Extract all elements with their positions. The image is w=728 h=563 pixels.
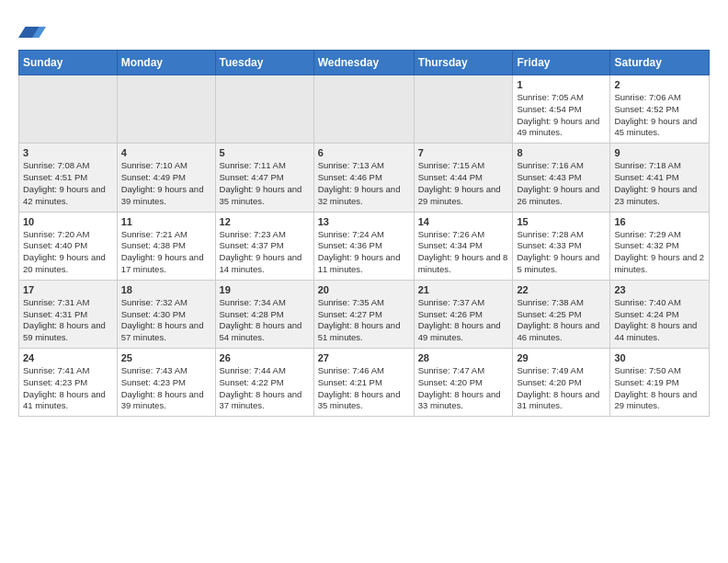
day-info: Sunrise: 7:34 AM Sunset: 4:28 PM Dayligh… xyxy=(220,297,310,344)
day-info: Sunrise: 7:08 AM Sunset: 4:51 PM Dayligh… xyxy=(23,160,113,207)
day-number: 2 xyxy=(614,79,705,90)
calendar-cell: 15Sunrise: 7:28 AM Sunset: 4:33 PM Dayli… xyxy=(513,212,610,280)
calendar-table: SundayMondayTuesdayWednesdayThursdayFrid… xyxy=(18,50,710,417)
calendar-week-row: 1Sunrise: 7:05 AM Sunset: 4:54 PM Daylig… xyxy=(19,75,710,144)
day-info: Sunrise: 7:35 AM Sunset: 4:27 PM Dayligh… xyxy=(318,297,410,344)
calendar-cell: 21Sunrise: 7:37 AM Sunset: 4:26 PM Dayli… xyxy=(414,280,513,348)
calendar-cell: 11Sunrise: 7:21 AM Sunset: 4:38 PM Dayli… xyxy=(117,212,215,280)
day-number: 4 xyxy=(121,147,211,158)
day-info: Sunrise: 7:29 AM Sunset: 4:32 PM Dayligh… xyxy=(614,229,705,276)
calendar-cell: 17Sunrise: 7:31 AM Sunset: 4:31 PM Dayli… xyxy=(19,280,118,348)
day-info: Sunrise: 7:24 AM Sunset: 4:36 PM Dayligh… xyxy=(318,229,410,276)
day-info: Sunrise: 7:46 AM Sunset: 4:21 PM Dayligh… xyxy=(318,365,410,412)
calendar-week-row: 3Sunrise: 7:08 AM Sunset: 4:51 PM Daylig… xyxy=(19,144,710,212)
day-number: 17 xyxy=(23,284,113,295)
calendar-cell: 22Sunrise: 7:38 AM Sunset: 4:25 PM Dayli… xyxy=(513,280,610,348)
calendar-cell: 16Sunrise: 7:29 AM Sunset: 4:32 PM Dayli… xyxy=(610,212,710,280)
day-info: Sunrise: 7:05 AM Sunset: 4:54 PM Dayligh… xyxy=(517,92,606,139)
logo-icon xyxy=(18,18,46,40)
day-info: Sunrise: 7:18 AM Sunset: 4:41 PM Dayligh… xyxy=(614,160,705,207)
day-number: 21 xyxy=(418,284,509,295)
calendar-cell: 14Sunrise: 7:26 AM Sunset: 4:34 PM Dayli… xyxy=(414,212,513,280)
day-info: Sunrise: 7:28 AM Sunset: 4:33 PM Dayligh… xyxy=(517,229,606,276)
calendar-cell: 30Sunrise: 7:50 AM Sunset: 4:19 PM Dayli… xyxy=(610,349,710,417)
calendar-cell: 8Sunrise: 7:16 AM Sunset: 4:43 PM Daylig… xyxy=(513,144,610,212)
day-number: 9 xyxy=(614,147,705,158)
day-info: Sunrise: 7:21 AM Sunset: 4:38 PM Dayligh… xyxy=(121,229,211,276)
day-number: 13 xyxy=(318,216,410,227)
day-number: 27 xyxy=(318,352,410,363)
day-info: Sunrise: 7:31 AM Sunset: 4:31 PM Dayligh… xyxy=(23,297,113,344)
day-number: 16 xyxy=(614,216,705,227)
calendar-cell: 26Sunrise: 7:44 AM Sunset: 4:22 PM Dayli… xyxy=(215,349,313,417)
day-info: Sunrise: 7:43 AM Sunset: 4:23 PM Dayligh… xyxy=(121,365,211,412)
day-number: 26 xyxy=(220,352,310,363)
calendar-cell: 2Sunrise: 7:06 AM Sunset: 4:52 PM Daylig… xyxy=(610,75,710,144)
weekday-header: Friday xyxy=(513,51,610,75)
calendar-cell xyxy=(19,75,118,144)
calendar-week-row: 24Sunrise: 7:41 AM Sunset: 4:23 PM Dayli… xyxy=(19,349,710,417)
weekday-header: Sunday xyxy=(19,51,118,75)
day-number: 3 xyxy=(23,147,113,158)
day-number: 14 xyxy=(418,216,509,227)
day-info: Sunrise: 7:40 AM Sunset: 4:24 PM Dayligh… xyxy=(614,297,705,344)
calendar-cell: 29Sunrise: 7:49 AM Sunset: 4:20 PM Dayli… xyxy=(513,349,610,417)
day-info: Sunrise: 7:47 AM Sunset: 4:20 PM Dayligh… xyxy=(418,365,509,412)
calendar-cell xyxy=(414,75,513,144)
calendar-cell: 13Sunrise: 7:24 AM Sunset: 4:36 PM Dayli… xyxy=(313,212,414,280)
calendar-cell xyxy=(117,75,215,144)
calendar-cell: 10Sunrise: 7:20 AM Sunset: 4:40 PM Dayli… xyxy=(19,212,118,280)
calendar-cell: 4Sunrise: 7:10 AM Sunset: 4:49 PM Daylig… xyxy=(117,144,215,212)
calendar-cell: 24Sunrise: 7:41 AM Sunset: 4:23 PM Dayli… xyxy=(19,349,118,417)
day-number: 30 xyxy=(614,352,705,363)
calendar-cell: 18Sunrise: 7:32 AM Sunset: 4:30 PM Dayli… xyxy=(117,280,215,348)
day-number: 22 xyxy=(517,284,606,295)
day-number: 20 xyxy=(318,284,410,295)
calendar-cell: 23Sunrise: 7:40 AM Sunset: 4:24 PM Dayli… xyxy=(610,280,710,348)
calendar-cell: 27Sunrise: 7:46 AM Sunset: 4:21 PM Dayli… xyxy=(313,349,414,417)
day-number: 1 xyxy=(517,79,606,90)
page-header xyxy=(18,18,710,40)
day-info: Sunrise: 7:06 AM Sunset: 4:52 PM Dayligh… xyxy=(614,92,705,139)
day-info: Sunrise: 7:20 AM Sunset: 4:40 PM Dayligh… xyxy=(23,229,113,276)
calendar-cell: 3Sunrise: 7:08 AM Sunset: 4:51 PM Daylig… xyxy=(19,144,118,212)
day-number: 28 xyxy=(418,352,509,363)
day-number: 15 xyxy=(517,216,606,227)
logo xyxy=(18,18,50,40)
day-info: Sunrise: 7:23 AM Sunset: 4:37 PM Dayligh… xyxy=(220,229,310,276)
weekday-header: Monday xyxy=(117,51,215,75)
calendar-cell xyxy=(313,75,414,144)
day-number: 23 xyxy=(614,284,705,295)
weekday-header: Saturday xyxy=(610,51,710,75)
day-number: 12 xyxy=(220,216,310,227)
calendar-cell xyxy=(215,75,313,144)
day-info: Sunrise: 7:10 AM Sunset: 4:49 PM Dayligh… xyxy=(121,160,211,207)
day-info: Sunrise: 7:11 AM Sunset: 4:47 PM Dayligh… xyxy=(220,160,310,207)
day-number: 10 xyxy=(23,216,113,227)
day-info: Sunrise: 7:44 AM Sunset: 4:22 PM Dayligh… xyxy=(220,365,310,412)
day-number: 8 xyxy=(517,147,606,158)
calendar-cell: 25Sunrise: 7:43 AM Sunset: 4:23 PM Dayli… xyxy=(117,349,215,417)
day-info: Sunrise: 7:41 AM Sunset: 4:23 PM Dayligh… xyxy=(23,365,113,412)
calendar-week-row: 17Sunrise: 7:31 AM Sunset: 4:31 PM Dayli… xyxy=(19,280,710,348)
day-number: 25 xyxy=(121,352,211,363)
weekday-header: Wednesday xyxy=(313,51,414,75)
calendar-week-row: 10Sunrise: 7:20 AM Sunset: 4:40 PM Dayli… xyxy=(19,212,710,280)
weekday-header: Thursday xyxy=(414,51,513,75)
calendar-cell: 6Sunrise: 7:13 AM Sunset: 4:46 PM Daylig… xyxy=(313,144,414,212)
day-number: 7 xyxy=(418,147,509,158)
calendar-cell: 1Sunrise: 7:05 AM Sunset: 4:54 PM Daylig… xyxy=(513,75,610,144)
day-info: Sunrise: 7:37 AM Sunset: 4:26 PM Dayligh… xyxy=(418,297,509,344)
calendar-cell: 7Sunrise: 7:15 AM Sunset: 4:44 PM Daylig… xyxy=(414,144,513,212)
day-info: Sunrise: 7:38 AM Sunset: 4:25 PM Dayligh… xyxy=(517,297,606,344)
calendar-cell: 19Sunrise: 7:34 AM Sunset: 4:28 PM Dayli… xyxy=(215,280,313,348)
calendar-cell: 5Sunrise: 7:11 AM Sunset: 4:47 PM Daylig… xyxy=(215,144,313,212)
day-info: Sunrise: 7:15 AM Sunset: 4:44 PM Dayligh… xyxy=(418,160,509,207)
day-info: Sunrise: 7:50 AM Sunset: 4:19 PM Dayligh… xyxy=(614,365,705,412)
day-number: 29 xyxy=(517,352,606,363)
day-info: Sunrise: 7:26 AM Sunset: 4:34 PM Dayligh… xyxy=(418,229,509,276)
day-number: 19 xyxy=(220,284,310,295)
header-row: SundayMondayTuesdayWednesdayThursdayFrid… xyxy=(19,51,710,75)
weekday-header: Tuesday xyxy=(215,51,313,75)
day-info: Sunrise: 7:49 AM Sunset: 4:20 PM Dayligh… xyxy=(517,365,606,412)
